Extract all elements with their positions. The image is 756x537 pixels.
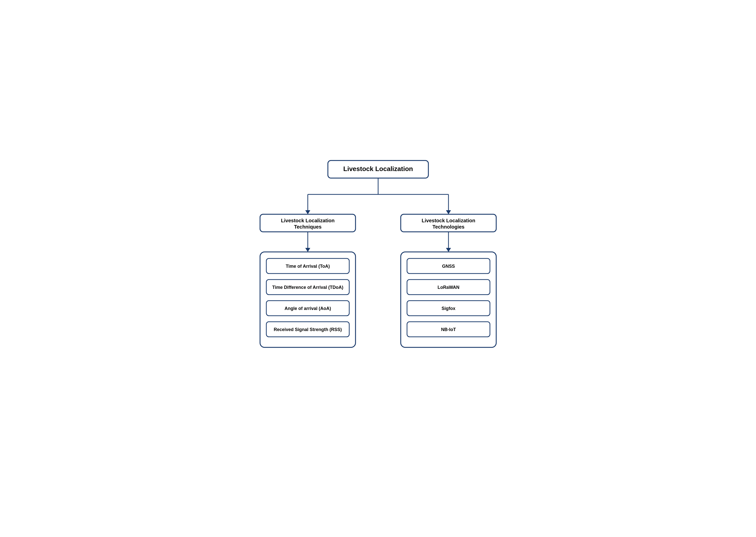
left-item-1-label: Time of Arrival (ToA) [286,264,330,269]
left-arrow [305,210,310,214]
left-level1-label-line1: Livestock Localization [281,218,334,223]
root-label: Livestock Localization [343,165,413,173]
right-item-2-label: LoRaWAN [438,285,459,290]
right-item-1-label: GNSS [442,264,455,269]
right-item-4-label: NB-IoT [441,327,456,332]
left-item-3-label: Angle of arrival (AoA) [284,306,331,311]
left-second-arrow [305,248,310,252]
left-item-2-label: Time Difference of Arrival (TDoA) [272,285,343,290]
right-level1-label-line1: Livestock Localization [422,218,475,223]
diagram-svg: Livestock Localization Livestock Localiz… [253,155,504,382]
right-arrow [446,210,451,214]
diagram-container: Livestock Localization Livestock Localiz… [253,155,504,382]
right-item-3-label: Sigfox [441,306,455,311]
left-level1-label-line2: Techniques [294,224,321,229]
right-second-arrow [446,248,451,252]
left-item-4-label: Received Signal Strength (RSS) [273,327,342,332]
right-level1-label-line2: Technologies [432,224,464,229]
